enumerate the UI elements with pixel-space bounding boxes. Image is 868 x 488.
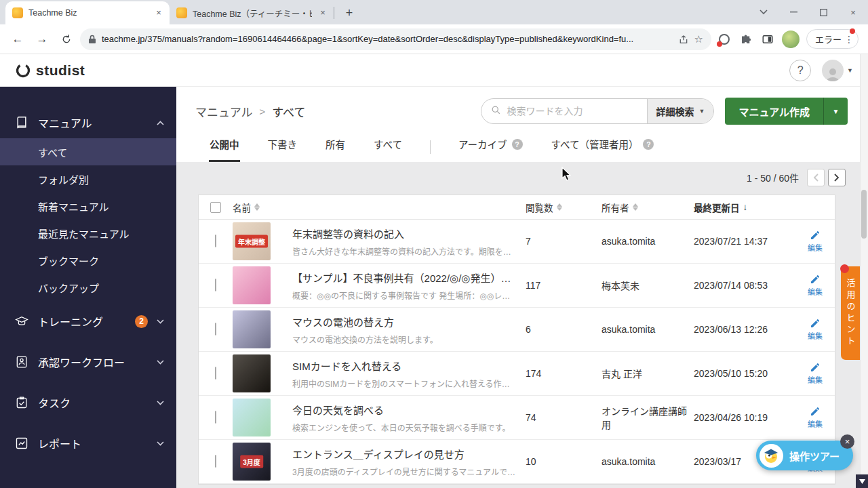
manual-title-cell[interactable]: SIMカードを入れ替える 利用中のSIMカードを別のスマートフォンに入れ替える作… [292,359,526,389]
manual-title[interactable]: エントランス＿ディスプレイの見せ方 [292,447,516,461]
manual-title-cell[interactable]: 年末調整等の資料の記入 皆さん大好きな年末調整等の資料の記入方法です。期限を守っ… [292,226,526,257]
help-button[interactable]: ? [789,60,811,81]
tab-search-icon[interactable] [749,0,778,24]
search-icon [491,105,501,118]
edit-button[interactable]: 編集 [795,406,835,429]
window-minimize-button[interactable] [778,0,808,24]
manual-title[interactable]: 今日の天気を調べる [292,403,516,417]
sort-icons[interactable] [633,203,638,211]
manual-thumbnail[interactable]: 3月度 [233,443,271,481]
usage-hints-tab[interactable]: 活用のヒント [841,266,860,360]
pagination-next-button[interactable] [828,169,846,186]
window-close-button[interactable]: × [838,0,868,24]
list-tab[interactable]: すべて [373,131,403,162]
help-circle-icon[interactable]: ? [512,139,523,150]
sidebar-subitem[interactable]: 最近見たマニュアル [0,220,176,247]
manual-title-cell[interactable]: 今日の天気を調べる 検索エンジンを使って、本日の天気予報を調べる手順です。 [292,403,526,433]
list-tab[interactable]: 下書き [267,131,298,162]
column-name[interactable]: 名前 [233,201,526,214]
sidebar-section-report[interactable]: レポート [0,423,176,464]
edit-button[interactable]: 編集 [795,274,835,297]
operation-tour-button[interactable]: 操作ツアー [756,441,853,470]
sidebar-subitem[interactable]: 新着マニュアル [0,192,176,220]
sidebar-section-task[interactable]: タスク [0,382,176,423]
manual-title[interactable]: SIMカードを入れ替える [292,359,516,373]
updated-date: 2023/04/26 10:19 [694,412,795,423]
sidebar-section-workflow[interactable]: 承認ワークフロー [0,342,176,382]
breadcrumb-parent[interactable]: マニュアル [195,103,253,120]
manual-title[interactable]: 年末調整等の資料の記入 [292,226,516,241]
sidebar-section-training[interactable]: トレーニング 2 [0,301,176,342]
row-checkbox[interactable] [215,367,216,380]
manual-thumbnail[interactable] [233,399,271,436]
sort-icons[interactable] [557,203,562,211]
row-checkbox[interactable] [215,455,216,468]
tab-close-icon[interactable]: × [317,7,328,18]
tab-close-icon[interactable]: × [153,7,164,18]
new-tab-button[interactable]: + [340,3,359,22]
create-manual-button[interactable]: マニュアル作成 ▼ [725,98,848,125]
sidebar-section-label: レポート [38,435,148,451]
row-checkbox[interactable] [215,323,216,336]
forward-button[interactable]: → [31,28,53,50]
manual-thumbnail[interactable] [233,354,271,392]
row-checkbox[interactable] [215,235,216,247]
window-maximize-button[interactable] [808,0,838,24]
edit-button[interactable]: 編集 [795,230,835,253]
sidebar-subitem-label: すべて [38,145,67,159]
browser-tab-2[interactable]: Teachme Biz（ティーチミー・ビズ） × [170,1,334,24]
advanced-search-button[interactable]: 詳細検索 ▼ [647,99,714,123]
scrollbar-thumb[interactable] [861,190,867,239]
address-bar[interactable]: teachme.jp/375/manuals?random=1690614464… [80,28,711,50]
edit-button[interactable]: 編集 [795,318,835,341]
help-circle-icon[interactable]: ? [643,139,654,150]
user-menu[interactable]: ▼ [822,60,853,81]
sidebar-subitem[interactable]: バックアップ [0,274,176,301]
browser-menu-icon[interactable]: ⋮ [844,34,854,45]
list-tab[interactable]: 公開中 [209,131,240,162]
sidebar-section-manual[interactable]: マニュアル [0,107,176,138]
usage-hints-label: 活用のヒント [844,279,857,348]
list-tab[interactable]: すべて（管理者用） ? [551,131,655,162]
row-checkbox[interactable] [215,411,216,424]
sidebar-subitem[interactable]: フォルダ別 [0,165,176,192]
page-scrollbar[interactable] [860,54,868,488]
pagination-prev-button[interactable] [807,169,825,186]
studist-logo[interactable]: studist [15,62,85,79]
manual-title[interactable]: マウスの電池の替え方 [292,314,516,329]
list-tab[interactable]: アーカイブ ? [458,131,524,162]
browser-profile-avatar[interactable] [782,30,800,48]
column-updated[interactable]: 最終更新日 ↓ [694,201,795,214]
split-screen-icon[interactable] [760,32,775,47]
manual-thumbnail[interactable] [233,310,271,348]
list-tab[interactable]: 所有 [325,131,346,162]
edit-button[interactable]: 編集 [795,362,835,385]
create-manual-dropdown[interactable]: ▼ [823,98,848,125]
manual-thumbnail[interactable] [233,266,271,304]
profile-error-button[interactable]: エラー ⋮ [806,29,859,49]
back-button[interactable]: ← [7,28,28,50]
sidebar-subitem[interactable]: ブックマーク [0,247,176,274]
manual-title-cell[interactable]: マウスの電池の替え方 マウスの電池交換の方法を説明します。 [292,314,526,345]
column-views[interactable]: 閲覧数 [526,201,601,214]
sidebar-subitem[interactable]: すべて [0,138,176,165]
select-all-checkbox[interactable] [210,202,221,213]
search-input[interactable] [507,106,641,117]
row-checkbox[interactable] [215,279,216,291]
extensions-puzzle-icon[interactable] [738,32,753,47]
scroll-corner-button[interactable] [856,474,868,488]
manual-thumbnail[interactable]: 年末調整 [233,222,271,260]
tour-close-icon[interactable]: × [840,434,854,449]
browser-tab-1[interactable]: Teachme Biz × [5,1,170,24]
manual-title[interactable]: 【サンプル】不良事例共有（2022/◎/◎発生）… [292,270,516,285]
thumbnail-label: 3月度 [240,455,263,468]
sort-icons[interactable] [254,203,260,211]
extension-badge-icon[interactable] [717,32,732,47]
search-box[interactable] [481,99,646,123]
manual-title-cell[interactable]: エントランス＿ディスプレイの見せ方 3月度の店頭のディスプレイの見せ方に関するマ… [292,447,526,477]
share-icon[interactable] [678,34,689,45]
column-owner[interactable]: 所有者 [601,201,694,214]
bookmark-star-icon[interactable]: ☆ [694,33,703,45]
manual-title-cell[interactable]: 【サンプル】不良事例共有（2022/◎/◎発生）… 概要：◎◎の不良に関する事例… [292,270,526,301]
reload-button[interactable] [56,28,77,50]
